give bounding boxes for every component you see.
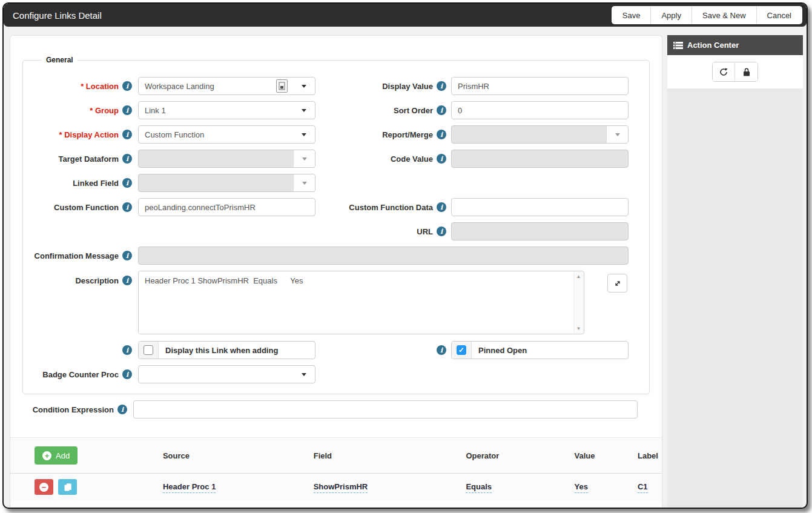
form-row: * Group i Link 1 Sort Order i (23, 98, 649, 122)
display-when-adding-checkbox-group[interactable]: Display this Link when adding (138, 341, 315, 359)
confirmation-message-input (138, 247, 629, 265)
expand-description-button[interactable] (607, 274, 627, 293)
app-window: Configure Links Detail Save Apply Save &… (2, 2, 808, 509)
custom-function-data-label: Custom Function Data (349, 203, 433, 212)
badge-counter-proc-label: Badge Counter Proc (42, 370, 119, 379)
location-value: Workspace Landing (139, 82, 276, 91)
cancel-button[interactable]: Cancel (757, 7, 802, 24)
target-dataform-select (138, 150, 315, 168)
textarea-scrollbar[interactable]: ▲ ▼ (573, 272, 583, 333)
form-row: Confirmation Message i (23, 243, 649, 268)
info-icon[interactable]: i (122, 130, 132, 139)
info-icon[interactable]: i (437, 81, 446, 91)
save-button[interactable]: Save (612, 7, 652, 24)
info-icon[interactable]: i (122, 369, 132, 379)
minus-icon: − (39, 483, 48, 492)
form-row: Badge Counter Proc i (23, 362, 649, 386)
scroll-up-icon[interactable]: ▲ (576, 274, 581, 279)
caret-down-icon (302, 85, 306, 88)
display-action-select[interactable]: Custom Function (138, 125, 315, 144)
pinned-open-checkbox[interactable] (457, 345, 466, 355)
condition-field[interactable]: ShowPrismHR (314, 482, 368, 493)
refresh-button[interactable] (713, 62, 735, 81)
form-row: Target Dataform i Code Value i (23, 147, 649, 171)
lock-button[interactable] (735, 62, 758, 81)
pinned-open-checkbox-group[interactable]: Pinned Open (451, 341, 629, 359)
condition-operator[interactable]: Equals (466, 482, 492, 493)
lock-icon (742, 67, 751, 77)
info-icon[interactable]: i (437, 130, 446, 139)
group-value: Link 1 (139, 106, 293, 115)
group-select[interactable]: Link 1 (138, 101, 315, 119)
confirmation-message-label: Confirmation Message (35, 251, 119, 260)
pinned-open-label: Pinned Open (472, 346, 527, 355)
description-textarea-wrap: Header Proc 1 ShowPrismHR Equals Yes ▲ ▼ (138, 271, 584, 334)
form-panel: General * Location i Workspace Landing (10, 35, 662, 508)
display-when-adding-label: Display this Link when adding (159, 346, 278, 355)
info-icon[interactable]: i (437, 202, 446, 212)
report-merge-label: Report/Merge (382, 130, 433, 139)
column-header-source: Source (163, 451, 314, 460)
form-row: i Display this Link when adding i Pinned… (23, 338, 649, 362)
dataform-icon (276, 79, 288, 93)
info-icon[interactable]: i (122, 345, 132, 355)
info-icon[interactable]: i (122, 202, 132, 212)
info-icon[interactable]: i (122, 154, 132, 164)
info-icon[interactable]: i (437, 227, 446, 236)
info-icon[interactable]: i (117, 405, 127, 414)
info-icon[interactable]: i (122, 178, 132, 188)
target-dataform-label: Target Dataform (59, 154, 119, 164)
location-select[interactable]: Workspace Landing (138, 77, 315, 95)
display-action-label: * Display Action (59, 130, 119, 139)
form-row: Linked Field i (23, 171, 649, 195)
description-textarea[interactable]: Header Proc 1 ShowPrismHR Equals Yes (139, 271, 573, 334)
display-when-adding-checkbox[interactable] (144, 345, 153, 355)
condition-source[interactable]: Header Proc 1 (163, 482, 216, 493)
display-value-input[interactable] (451, 77, 629, 95)
info-icon[interactable]: i (437, 345, 446, 355)
caret-down-icon (302, 157, 307, 161)
caret-down-icon (302, 182, 307, 185)
info-icon[interactable]: i (122, 81, 132, 91)
column-header-field: Field (314, 451, 466, 460)
sort-order-input[interactable] (451, 101, 629, 119)
action-center-title: Action Center (687, 41, 739, 50)
caret-down-icon (615, 133, 620, 136)
info-icon[interactable]: i (122, 251, 132, 260)
url-label: URL (417, 227, 433, 236)
info-icon[interactable]: i (122, 276, 132, 285)
custom-function-input[interactable] (138, 198, 315, 216)
title-bar: Configure Links Detail Save Apply Save &… (4, 4, 807, 27)
condition-expression-input[interactable] (133, 400, 638, 419)
caret-down-icon (302, 109, 306, 112)
plus-icon: + (42, 451, 51, 460)
condition-value[interactable]: Yes (575, 482, 588, 493)
action-center-icon (673, 42, 683, 49)
condition-row: − Header Proc 1 ShowPrismHR Equals Yes C… (10, 474, 662, 500)
add-condition-button[interactable]: + Add (35, 446, 78, 465)
info-icon[interactable]: i (437, 154, 446, 164)
code-value-label: Code Value (391, 154, 433, 164)
expand-icon (613, 279, 622, 288)
condition-label[interactable]: C1 (638, 482, 648, 493)
conditions-table-header: + Add Source Field Operator Value Label (10, 438, 662, 473)
column-header-operator: Operator (466, 451, 574, 460)
badge-counter-proc-select[interactable] (138, 365, 315, 383)
form-row: * Display Action i Custom Function Repor… (23, 122, 649, 147)
apply-button[interactable]: Apply (651, 7, 692, 24)
form-row: Description i Header Proc 1 ShowPrismHR … (23, 268, 649, 338)
info-icon[interactable]: i (437, 105, 446, 115)
save-and-new-button[interactable]: Save & New (692, 7, 757, 24)
add-button-label: Add (56, 451, 70, 460)
remove-condition-button[interactable]: − (35, 479, 53, 495)
info-icon[interactable]: i (122, 105, 132, 115)
scroll-down-icon[interactable]: ▼ (576, 326, 581, 331)
location-label: * Location (81, 82, 119, 91)
code-value-input (451, 150, 629, 168)
display-value-label: Display Value (382, 82, 433, 91)
custom-function-data-input[interactable] (451, 198, 629, 216)
group-label: * Group (90, 106, 119, 115)
copy-condition-button[interactable] (58, 479, 77, 495)
refresh-icon (719, 67, 728, 77)
description-label: Description (75, 276, 119, 285)
